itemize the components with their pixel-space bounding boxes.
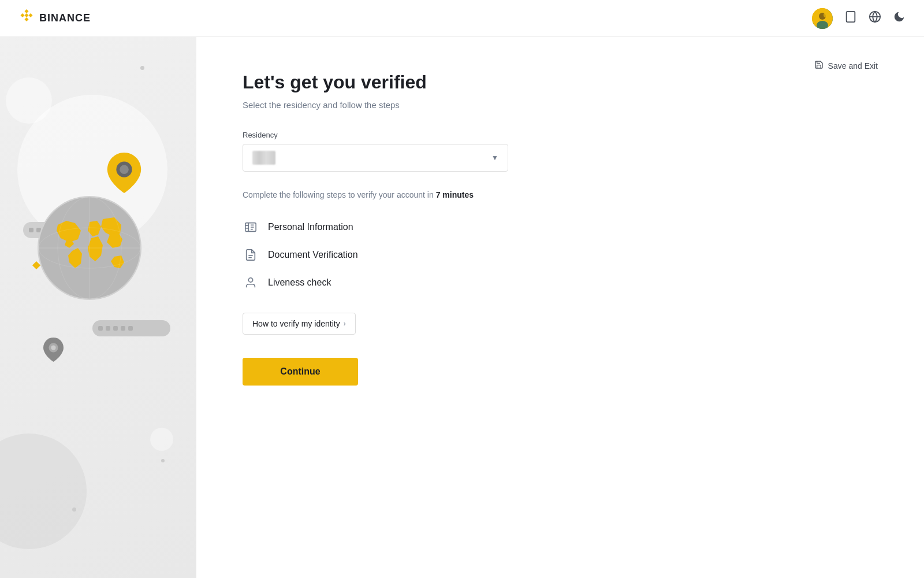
bg-circle-tiny (150, 428, 173, 451)
chevron-down-icon: ▼ (491, 154, 498, 162)
globe-illustration (35, 193, 144, 303)
svg-point-3 (824, 13, 828, 17)
illustration-panel (0, 37, 196, 578)
page-subtitle: Select the residency and follow the step… (243, 100, 878, 110)
dark-mode-icon[interactable] (893, 10, 906, 26)
user-avatar[interactable] (812, 8, 833, 29)
logo[interactable]: BINANCE (18, 8, 91, 28)
complete-time: 7 minutes (436, 190, 474, 199)
personal-info-icon (243, 219, 259, 235)
select-left (252, 151, 275, 165)
dot-3 (161, 459, 165, 462)
svg-point-18 (51, 346, 56, 350)
complete-prefix: Complete the following steps to verify y… (243, 190, 436, 199)
logo-text: BINANCE (39, 12, 91, 24)
header: BINANCE (0, 0, 924, 37)
flag-image (252, 151, 275, 165)
arrow-right-icon: › (344, 320, 346, 328)
step-document-verification: Document Verification (243, 241, 878, 269)
continue-label: Continue (280, 366, 320, 377)
complete-text: Complete the following steps to verify y… (243, 190, 878, 199)
step-liveness-label: Liveness check (268, 277, 331, 288)
save-exit-button[interactable]: Save and Exit (814, 60, 878, 72)
page-title: Let's get you verified (243, 72, 878, 93)
bg-circle-bottom (0, 433, 87, 549)
svg-point-16 (120, 165, 129, 174)
residency-select[interactable]: ▼ (243, 144, 508, 172)
svg-rect-4 (847, 12, 855, 22)
save-exit-icon (814, 60, 824, 72)
how-to-verify-label: How to verify my identity (252, 319, 340, 328)
svg-point-22 (248, 278, 252, 282)
yellow-pin (107, 153, 141, 195)
gray-pin (43, 338, 64, 364)
binance-logo-icon (18, 8, 35, 28)
step-document-label: Document Verification (268, 250, 358, 260)
steps-list: Personal Information Document Verificati… (243, 213, 878, 297)
header-right (812, 8, 906, 29)
step-liveness-check: Liveness check (243, 269, 878, 297)
main-container: Save and Exit Let's get you verified Sel… (0, 37, 924, 578)
step-personal-info-label: Personal Information (268, 222, 353, 232)
chat-bubble-bottom (92, 320, 170, 336)
person-icon (243, 275, 259, 291)
dot-2 (140, 66, 144, 70)
continue-button[interactable]: Continue (243, 358, 358, 386)
tablet-icon[interactable] (844, 10, 857, 26)
step-personal-info: Personal Information (243, 213, 878, 241)
document-icon (243, 247, 259, 263)
content-panel: Save and Exit Let's get you verified Sel… (196, 37, 924, 578)
dot-1 (72, 507, 76, 512)
how-to-verify-button[interactable]: How to verify my identity › (243, 313, 356, 335)
globe-icon[interactable] (869, 10, 881, 26)
bg-circle-small (6, 77, 52, 124)
residency-label: Residency (243, 131, 878, 139)
save-exit-label: Save and Exit (828, 61, 878, 71)
